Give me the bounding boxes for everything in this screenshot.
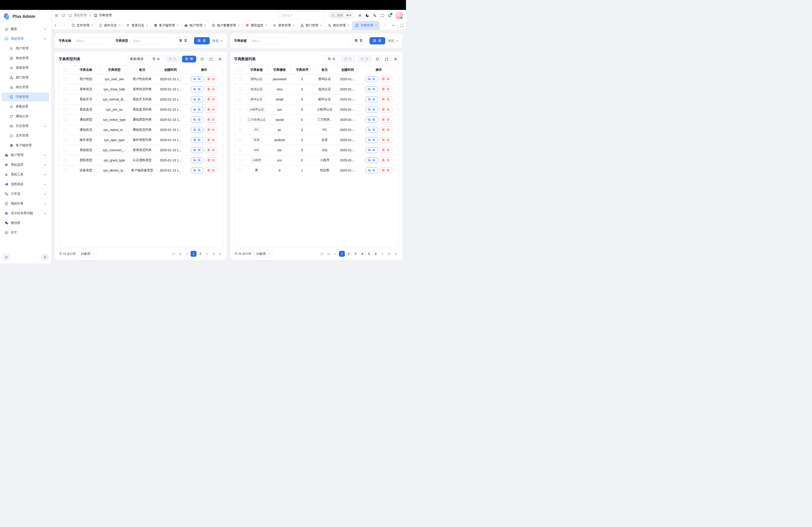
tab-cache[interactable]: 缓存监控× [243,21,270,30]
row-checkbox[interactable] [64,108,67,111]
sidebar-collapse-button[interactable] [3,254,10,261]
page-1-button[interactable]: 1 [191,251,197,257]
row-checkbox[interactable] [238,149,241,152]
table-settings-button[interactable] [217,56,223,62]
sidebar-item-system[interactable]: 系统管理 [2,34,49,43]
delete-button[interactable]: 删 除 [205,96,218,102]
row-checkbox[interactable] [238,169,241,172]
sidebar-item-client[interactable]: 客户端管理 [2,141,49,150]
search-button[interactable]: 搜 索 [369,37,385,44]
delete-button[interactable]: 删 除 [205,137,218,143]
sidebar-item-depts[interactable]: 部门管理 [2,73,49,82]
edit-button[interactable]: 编 辑 [191,117,203,123]
export-button[interactable]: 导 出 [324,56,339,62]
add-button[interactable]: 新 增 [358,56,372,62]
edit-button[interactable]: 编 辑 [365,86,378,92]
delete-button[interactable]: 删 除 [380,107,392,112]
edit-button[interactable]: 编 辑 [191,137,203,143]
breadcrumb-system[interactable]: 系统管理 [69,13,86,17]
page-3-button[interactable]: 3 [352,251,359,257]
row-checkbox[interactable] [64,118,67,121]
sidebar-item-roles[interactable]: 角色管理 [2,54,49,63]
edit-button[interactable]: 编 辑 [191,76,203,82]
edit-button[interactable]: 编 辑 [365,157,378,163]
tab-close-icon[interactable]: × [238,24,240,27]
delete-button[interactable]: 删 除 [380,147,392,153]
tabs-close-current-button[interactable]: × [60,21,69,30]
edit-button[interactable]: 编 辑 [191,127,203,133]
page-2-button[interactable]: 2 [197,251,203,257]
refresh-cache-button[interactable]: 刷新缓存 [127,56,147,62]
tab-dept[interactable]: 部门管理× [298,21,325,30]
collapse-link[interactable]: 收起 [213,39,223,43]
edit-button[interactable]: 编 辑 [365,96,378,102]
tab-close-icon[interactable]: × [265,24,267,27]
row-checkbox[interactable] [238,88,241,91]
edit-button[interactable]: 编 辑 [365,76,378,82]
sidebar-item-demo[interactable]: 演示站专用功能 [2,209,49,218]
sidebar-item-sysmon[interactable]: 系统监控 [2,160,49,169]
row-checkbox[interactable] [238,128,241,132]
export-button[interactable]: 导 出 [149,56,163,62]
first-page-button[interactable] [319,252,325,256]
delete-button[interactable]: 删 除 [380,117,392,123]
sidebar-item-posts[interactable]: 岗位管理 [2,83,49,92]
sidebar-item-tenant[interactable]: 租户管理 [2,151,49,160]
table-fullscreen-button[interactable] [383,56,390,62]
row-checkbox[interactable] [238,138,241,142]
table-settings-button[interactable] [392,56,399,62]
sidebar-item-wechat[interactable]: 微信群 [2,219,49,227]
global-search-button[interactable]: 搜索 ⌘ K [329,12,354,19]
row-checkbox[interactable] [64,169,67,172]
delete-button[interactable]: 删 除 [205,76,218,82]
tab-close-icon[interactable]: × [177,24,179,27]
delete-button[interactable]: 删 除 [205,86,218,92]
select-all-checkbox[interactable] [238,68,241,72]
table-refresh-button[interactable] [374,56,381,62]
row-checkbox[interactable] [64,128,67,132]
tab-dict[interactable]: 字典管理× [352,21,380,30]
avatar[interactable] [395,12,403,19]
reset-button[interactable]: 重 置 [175,37,191,44]
delete-button[interactable]: 删 除 [205,117,218,123]
prev-page-button[interactable] [184,252,190,256]
dark-mode-toggle[interactable] [365,14,369,17]
edit-button[interactable]: 编 辑 [191,96,203,102]
collapse-link[interactable]: 收起 [388,39,399,43]
edit-button[interactable]: 编 辑 [365,127,378,133]
edit-button[interactable]: 编 辑 [191,147,203,153]
delete-button[interactable]: 删 除 [380,96,392,102]
add-button[interactable]: 新 增 [182,56,196,62]
page-2-button[interactable]: 2 [346,251,352,257]
row-checkbox[interactable] [64,88,67,91]
next-pages-button[interactable] [211,252,216,256]
next-pages-button[interactable] [386,252,392,256]
prev-pages-button[interactable] [326,252,332,256]
edit-button[interactable]: 编 辑 [365,147,378,153]
sidebar-item-mytasks[interactable]: 我的任务 [2,199,49,208]
breadcrumb-dict[interactable]: 字典管理 [94,13,112,17]
search-button[interactable]: 搜 索 [194,37,210,44]
dict-type-input[interactable] [130,37,165,44]
delete-button[interactable]: 删 除 [380,76,392,82]
last-page-button[interactable] [217,252,223,256]
tab-tenantpkg[interactable]: 租户套餐管理× [209,21,243,30]
fullscreen-button[interactable] [380,14,384,17]
language-button[interactable] [373,14,377,17]
prev-pages-button[interactable] [177,252,183,256]
page-5-button[interactable]: 5 [366,251,372,257]
sidebar-item-notice[interactable]: 通知公告 [2,112,49,121]
page-size-select[interactable]: 10条/页▼ [78,251,97,257]
row-checkbox[interactable] [64,98,67,101]
row-checkbox[interactable] [64,138,67,142]
row-checkbox[interactable] [238,77,241,81]
delete-button[interactable]: 删 除 [380,137,392,143]
edit-button[interactable]: 编 辑 [365,107,378,112]
tabs-scroll-right-button[interactable] [380,21,389,30]
row-checkbox[interactable] [64,159,67,162]
tabs-menu-button[interactable] [389,21,397,30]
tab-oplog[interactable]: 操作日志× [96,21,124,30]
row-checkbox[interactable] [238,118,241,121]
edit-button[interactable]: 编 辑 [365,167,378,174]
sidebar-pin-button[interactable] [41,254,48,261]
